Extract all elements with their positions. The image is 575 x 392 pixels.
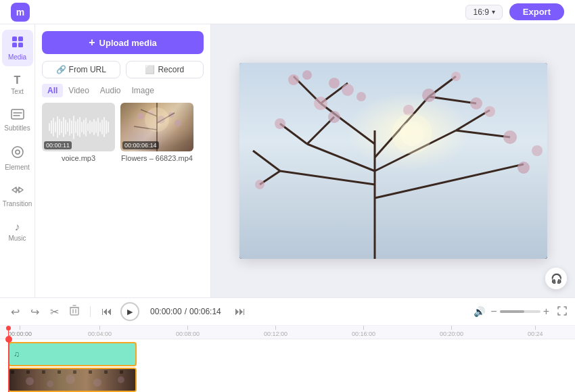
ruler-mark-6: 00:24 xyxy=(528,326,543,337)
aspect-ratio-selector[interactable]: 16:9 ▾ xyxy=(465,5,502,20)
subtitles-icon xyxy=(11,109,24,123)
timeline-section: ↩ ↪ ✂ ⏮ ▶ 00:00:00 / 00:06:14 ⏭ 🔊 − xyxy=(0,297,575,392)
svg-rect-68 xyxy=(89,370,92,374)
total-time: 00:06:14 xyxy=(189,307,221,316)
play-button[interactable]: ▶ xyxy=(120,302,139,321)
preview-frame xyxy=(239,63,547,259)
from-url-label: From URL xyxy=(69,65,106,74)
zoom-in-button[interactable]: + xyxy=(543,305,549,318)
ruler-mark-4: 00:16:00 xyxy=(352,326,375,337)
sidebar-item-label-text: Text xyxy=(11,88,23,95)
svg-rect-70 xyxy=(120,370,123,374)
sidebar-item-label-transition: Transition xyxy=(3,200,32,207)
svg-point-75 xyxy=(118,376,124,383)
fullscreen-button[interactable] xyxy=(557,306,567,318)
filter-tab-video[interactable]: Video xyxy=(63,84,94,97)
link-icon: 🔗 xyxy=(56,65,66,74)
svg-point-53 xyxy=(356,92,366,101)
zoom-controls: − + xyxy=(490,305,549,318)
headphone-icon: 🎧 xyxy=(551,273,562,284)
sidebar: Media T Text Subtitles Elem xyxy=(0,24,35,297)
filter-tabs: All Video Audio Image xyxy=(35,84,210,103)
svg-point-48 xyxy=(484,106,495,117)
zoom-slider[interactable] xyxy=(500,310,540,313)
svg-rect-3 xyxy=(18,43,23,47)
media-icon xyxy=(11,35,24,52)
delete-button[interactable] xyxy=(67,303,82,320)
svg-rect-57 xyxy=(70,308,78,315)
svg-point-8 xyxy=(16,150,20,154)
current-time: 00:00:00 xyxy=(150,307,182,316)
video-track xyxy=(0,368,575,392)
timeline-toolbar: ↩ ↪ ✂ ⏮ ▶ 00:00:00 / 00:06:14 ⏭ 🔊 − xyxy=(0,298,575,326)
svg-rect-64 xyxy=(26,370,30,374)
svg-point-13 xyxy=(175,120,181,126)
svg-point-7 xyxy=(12,147,23,157)
cut-button[interactable]: ✂ xyxy=(47,304,62,320)
svg-rect-66 xyxy=(58,370,61,374)
filter-tab-all[interactable]: All xyxy=(42,84,63,97)
media-grid: 00:00:11 voice.mp3 xyxy=(35,103,210,162)
svg-point-51 xyxy=(518,162,530,174)
filter-tab-audio[interactable]: Audio xyxy=(95,84,127,97)
ruler-mark-0: 00:00:00 xyxy=(8,326,32,337)
time-display: 00:00:00 / 00:06:14 xyxy=(150,307,221,316)
svg-rect-65 xyxy=(42,370,45,374)
volume-button[interactable]: 🔊 xyxy=(474,306,485,317)
preview-image xyxy=(239,63,547,259)
svg-point-9 xyxy=(137,113,144,120)
filter-tab-image[interactable]: Image xyxy=(127,84,160,97)
undo-button[interactable]: ↩ xyxy=(8,304,22,320)
video-clip[interactable] xyxy=(8,368,137,392)
timeline-content: 00:00:00 00:04:00 00:08:00 00:12:00 00:1… xyxy=(0,326,575,392)
ruler-mark-3: 00:12:00 xyxy=(264,326,288,337)
sidebar-item-label-music: Music xyxy=(8,235,26,242)
svg-rect-69 xyxy=(104,370,108,374)
sidebar-item-label-element: Element xyxy=(5,164,30,171)
svg-point-41 xyxy=(329,78,340,89)
sidebar-item-label-media: Media xyxy=(8,53,26,61)
video-duration-badge: 00:00:06:14 xyxy=(122,141,159,149)
sidebar-item-media[interactable]: Media xyxy=(2,30,33,66)
ruler-mark-1: 00:04:00 xyxy=(88,326,112,337)
timeline-tracks: ♫ xyxy=(0,339,575,392)
time-separator: / xyxy=(185,307,187,316)
svg-point-40 xyxy=(314,97,327,110)
sidebar-item-label-subtitles: Subtitles xyxy=(4,124,30,132)
sidebar-item-subtitles[interactable]: Subtitles xyxy=(2,103,33,137)
svg-point-74 xyxy=(93,378,101,387)
from-url-button[interactable]: 🔗 From URL xyxy=(42,61,120,78)
svg-point-18 xyxy=(145,107,169,132)
svg-rect-63 xyxy=(11,370,14,374)
skip-end-button[interactable]: ⏭ xyxy=(232,304,248,319)
skip-start-button[interactable]: ⏮ xyxy=(99,304,115,319)
upload-media-button[interactable]: + Upload media xyxy=(42,31,204,54)
svg-point-44 xyxy=(451,72,461,81)
svg-point-72 xyxy=(47,381,53,387)
zoom-out-button[interactable]: − xyxy=(490,305,497,318)
svg-point-39 xyxy=(302,70,312,80)
record-button[interactable]: ⬜ Record xyxy=(126,61,204,78)
aspect-ratio-label: 16:9 xyxy=(473,7,488,17)
media-item-video[interactable]: 00:00:06:14 Flowers – 66823.mp4 xyxy=(120,103,193,162)
audio-clip[interactable]: ♫ xyxy=(8,342,137,366)
export-button[interactable]: Export xyxy=(509,3,564,20)
svg-point-71 xyxy=(26,377,34,385)
svg-point-43 xyxy=(422,89,436,102)
sidebar-item-music[interactable]: ♪ Music xyxy=(2,216,33,247)
svg-point-45 xyxy=(470,97,482,109)
media-panel: + Upload media 🔗 From URL ⬜ Record All V… xyxy=(35,24,211,297)
sidebar-item-transition[interactable]: Transition xyxy=(2,179,33,213)
sidebar-item-text[interactable]: T Text xyxy=(2,69,33,101)
record-label: Record xyxy=(158,65,184,74)
redo-button[interactable]: ↪ xyxy=(28,304,42,320)
headphone-button[interactable]: 🎧 xyxy=(545,268,567,289)
svg-point-50 xyxy=(255,180,264,189)
sidebar-item-element[interactable]: Element xyxy=(2,140,33,176)
audio-duration-badge: 00:00:11 xyxy=(44,141,72,149)
media-item-audio[interactable]: 00:00:11 voice.mp3 xyxy=(42,103,115,162)
video-filename: Flowers – 66823.mp4 xyxy=(120,154,193,162)
audio-note-icon: ♫ xyxy=(14,349,20,359)
preview-area: 🎧 xyxy=(211,24,575,297)
plus-icon: + xyxy=(89,36,95,49)
